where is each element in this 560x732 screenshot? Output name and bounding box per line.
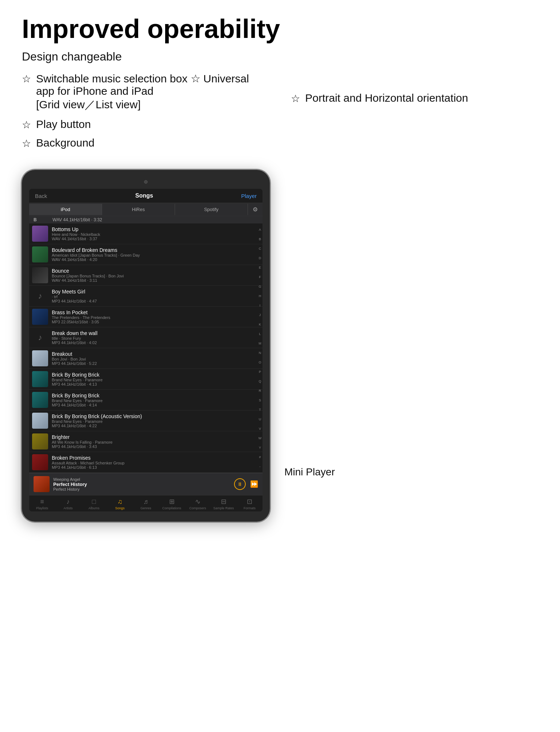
song-title: Bounce [52, 268, 258, 274]
alpha-letter[interactable]: A [259, 228, 261, 231]
song-row[interactable]: Brick By Boring Brick (Acoustic Version)… [29, 410, 262, 431]
tab-formats[interactable]: ⊡ Formats [237, 498, 262, 510]
song-row[interactable]: Broken Promises Assault Attack · Michael… [29, 452, 262, 473]
song-list: Bottoms Up Here and Now · Nickelback WAV… [29, 223, 262, 473]
alpha-letter[interactable]: I [260, 304, 261, 307]
song-title: Brass In Pocket [52, 309, 258, 315]
alpha-letter[interactable]: W [258, 437, 262, 440]
song-sub1: · trf [52, 295, 258, 299]
song-sub1: The Pretenders · The Pretenders [52, 315, 258, 320]
alpha-letter[interactable]: E [259, 266, 261, 269]
song-info: Brick By Boring Brick Brand New Eyes · P… [52, 393, 258, 407]
song-info: Break down the wall title · Stone Fury M… [52, 330, 258, 345]
song-info: Breakout Bon Jovi · Bon Jovi MP3 44.1kHz… [52, 351, 258, 366]
song-thumb [32, 350, 48, 366]
alpha-index: ABCDEFGHIJKLMNOPQRSTUVWY#- [257, 223, 262, 473]
segment-hires[interactable]: HiRes [102, 204, 175, 215]
alpha-letter[interactable]: T [259, 408, 261, 412]
tab-composers[interactable]: ∿ Composers [185, 498, 211, 510]
alpha-letter[interactable]: - [260, 465, 261, 468]
song-title: Breakout [52, 351, 258, 357]
settings-icon[interactable]: ⚙ [248, 203, 262, 216]
tab-genres[interactable]: ♬ Genres [133, 498, 159, 510]
alpha-letter[interactable]: S [259, 399, 261, 402]
tab-formats-icon: ⊡ [247, 498, 252, 506]
tab-songs[interactable]: ♫ Songs [107, 498, 133, 510]
alpha-letter[interactable]: Q [258, 380, 261, 383]
song-info: Brighter All We Know Is Falling · Paramo… [52, 434, 258, 449]
mini-player-controls: ⏸ ⏩ [234, 478, 258, 490]
features-grid: ☆ Switchable music selection box ☆ Unive… [22, 72, 538, 155]
song-row[interactable]: Boulevard of Broken Dreams American Idio… [29, 244, 262, 265]
play-pause-button[interactable]: ⏸ [234, 478, 246, 490]
features-col1: ☆ Switchable music selection box ☆ Unive… [22, 72, 269, 155]
tab-compilations[interactable]: ⊞ Compilations [159, 498, 185, 510]
alpha-letter[interactable]: R [259, 389, 261, 393]
ipad-camera [144, 180, 148, 184]
tab-genres-label: Genres [140, 506, 151, 510]
alpha-letter[interactable]: P [259, 370, 261, 374]
nav-player-button[interactable]: Player [241, 193, 257, 199]
mini-player-artist: Weeping Angel [53, 477, 230, 482]
fast-forward-button[interactable]: ⏩ [250, 480, 258, 488]
tab-songs-label: Songs [115, 506, 125, 510]
song-thumb [32, 454, 48, 470]
feature-orientation-text: Portrait and Horizontal orientation [305, 92, 468, 104]
feature-play-text: Play button [36, 118, 91, 131]
alpha-letter[interactable]: N [259, 351, 261, 355]
alpha-letter[interactable]: G [258, 285, 261, 288]
tab-albums[interactable]: □ Albums [81, 498, 107, 510]
song-row[interactable]: Brass In Pocket The Pretenders · The Pre… [29, 307, 262, 327]
song-thumb [32, 267, 48, 283]
song-info: Broken Promises Assault Attack · Michael… [52, 455, 258, 470]
nav-back-button[interactable]: Back [35, 193, 47, 199]
song-title: Brighter [52, 434, 258, 440]
mini-player-info: Weeping Angel Perfect History Perfect Hi… [53, 477, 230, 491]
alpha-letter[interactable]: K [259, 323, 261, 326]
mini-player[interactable]: Weeping Angel Perfect History Perfect Hi… [29, 473, 262, 495]
segment-bar: iPod HiRes Spotify ⚙ [29, 203, 262, 216]
alpha-letter[interactable]: C [259, 247, 261, 250]
tab-compilations-label: Compilations [162, 506, 181, 510]
song-row[interactable]: Breakout Bon Jovi · Bon Jovi MP3 44.1kHz… [29, 348, 262, 369]
alpha-letter[interactable]: # [259, 456, 261, 459]
alpha-letter[interactable]: Y [259, 446, 261, 449]
page-title: Improved operability [22, 15, 538, 43]
star-icon-1: ☆ [22, 73, 31, 85]
tab-albums-icon: □ [92, 498, 96, 506]
mini-player-album: Perfect History [53, 487, 230, 491]
song-row[interactable]: ♪ Boy Meets Girl · trf MP3 44.1kHz/16bit… [29, 286, 262, 307]
alpha-letter[interactable]: V [259, 427, 261, 431]
segment-ipod[interactable]: iPod [29, 204, 102, 215]
song-row[interactable]: Brighter All We Know Is Falling · Paramo… [29, 431, 262, 452]
alpha-letter[interactable]: F [259, 276, 261, 279]
alpha-letter[interactable]: J [259, 314, 261, 317]
song-thumb-placeholder: ♪ [32, 288, 48, 304]
alpha-letter[interactable]: D [259, 257, 261, 260]
tab-playlists[interactable]: ≡ Playlists [29, 498, 55, 510]
song-row[interactable]: Bottoms Up Here and Now · Nickelback WAV… [29, 223, 262, 244]
song-sub1: All We Know Is Falling · Paramore [52, 440, 258, 444]
song-info: Brick By Boring Brick (Acoustic Version)… [52, 413, 258, 428]
tab-samplerates[interactable]: ⊟ Sample Rates [211, 498, 237, 510]
song-row[interactable]: Bounce Bounce [Japan Bonus Tracks] · Bon… [29, 265, 262, 286]
song-row[interactable]: Brick By Boring Brick Brand New Eyes · P… [29, 369, 262, 390]
song-title: Boy Meets Girl [52, 289, 258, 295]
tab-artists[interactable]: ♪ Artists [55, 498, 81, 510]
alpha-letter[interactable]: M [258, 342, 261, 345]
song-row[interactable]: ♪ Break down the wall title · Stone Fury… [29, 327, 262, 348]
segment-spotify[interactable]: Spotify [175, 204, 248, 215]
star-icon-3: ☆ [22, 137, 31, 149]
song-row[interactable]: Brick By Boring Brick Brand New Eyes · P… [29, 390, 262, 410]
alpha-letter[interactable]: L [259, 332, 261, 336]
tab-playlists-label: Playlists [36, 506, 48, 510]
alpha-letter[interactable]: U [259, 418, 261, 421]
alpha-letter[interactable]: O [258, 361, 261, 364]
song-title: Broken Promises [52, 455, 258, 461]
song-sub2: MP3 44.1kHz/16bit · 5:22 [52, 361, 258, 366]
song-sub1: Brand New Eyes · Paramore [52, 378, 258, 382]
alpha-letter[interactable]: B [259, 238, 261, 241]
song-sub2: MP3 44.1kHz/16bit · 4:02 [52, 340, 258, 345]
alpha-letter[interactable]: H [259, 295, 261, 298]
song-sub1: title · Stone Fury [52, 336, 258, 340]
